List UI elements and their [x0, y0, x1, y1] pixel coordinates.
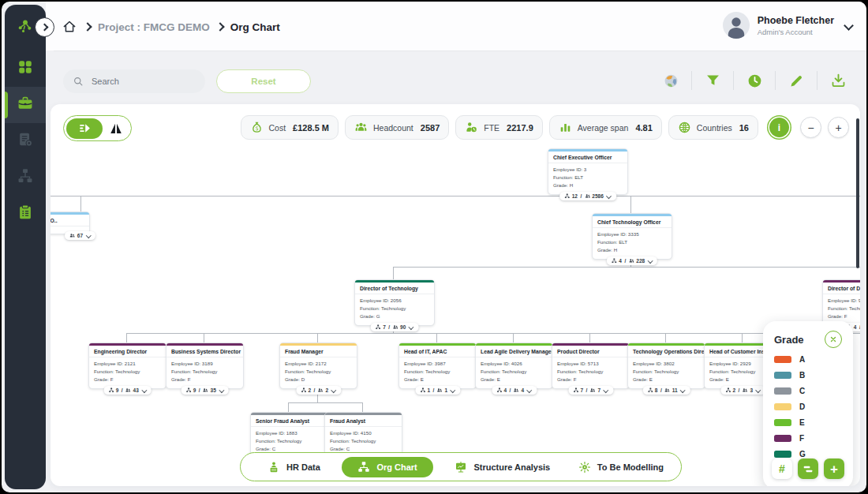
tab-org-chart[interactable]: Org Chart	[342, 457, 432, 477]
sidebar-expand-button[interactable]	[35, 17, 54, 37]
search-input[interactable]	[90, 76, 188, 87]
user-menu[interactable]: Phoebe Fletcher Admin's Account	[723, 12, 852, 39]
flow-layout-button[interactable]	[66, 118, 103, 139]
mini-people-icon	[664, 387, 670, 393]
org-node-engineering-director[interactable]: Engineering DirectorEmployee ID: 2121Fun…	[88, 342, 166, 389]
node-count-pill[interactable]: 2/2	[296, 386, 341, 395]
direct-count: 4	[503, 387, 507, 393]
node-detail: Function: Technology	[360, 305, 429, 312]
org-node-fraud-analyst[interactable]: Fraud AnalystEmployee ID: 4150Function: …	[324, 412, 402, 458]
mini-hierarchy-icon	[496, 387, 502, 393]
mini-hierarchy-icon	[376, 324, 381, 330]
close-icon	[829, 335, 838, 344]
node-body: Employee ID: 3189Function: TechnologyGra…	[166, 357, 243, 388]
sidebar-item-reports[interactable]	[5, 123, 46, 159]
org-node-cto[interactable]: Chief Technology OfficerEmployee ID: 333…	[592, 213, 672, 260]
node-count-pill[interactable]: 4/228	[607, 256, 657, 265]
tab-structure-analysis[interactable]: Structure Analysis	[448, 458, 556, 477]
connector-line	[362, 402, 363, 412]
node-detail: Employee ID: 4150	[330, 429, 397, 437]
node-count-pill[interactable]: 9/43	[103, 386, 152, 395]
org-node-head-of-it-apac[interactable]: Head of IT, APACEmployee ID: 3987Functio…	[398, 342, 477, 389]
edit-pencil-icon[interactable]	[787, 71, 806, 90]
grade-swatch	[774, 435, 791, 442]
breadcrumb-project[interactable]: Project : FMCG DEMO	[98, 21, 210, 33]
compare-bars-icon	[803, 463, 814, 475]
count-separator: /	[199, 387, 200, 393]
grade-label: G	[799, 450, 806, 458]
total-count: 43	[133, 387, 139, 393]
language-globe-icon[interactable]	[661, 71, 680, 90]
node-count-pill[interactable]: 4/4	[492, 386, 537, 395]
mirror-layout-button[interactable]	[109, 122, 123, 136]
node-body: Employee ID: 5713Function: TechnologyGra…	[552, 357, 629, 388]
sidebar-item-planning[interactable]	[5, 196, 46, 232]
search-box[interactable]	[63, 69, 205, 93]
reset-button[interactable]: Reset	[216, 69, 311, 93]
node-count-pill[interactable]: 8/11	[642, 386, 690, 395]
org-chart-canvas[interactable]: Chief Executive OfficerEmployee ID: 3Fun…	[51, 104, 860, 486]
node-count-pill[interactable]: 67	[65, 231, 95, 240]
chevron-right-icon	[41, 24, 49, 32]
org-node-lead-agile-delivery-manager[interactable]: Lead Agile Delivery ManagerEmployee ID: …	[475, 342, 553, 389]
org-node-product-director[interactable]: Product DirectorEmployee ID: 5713Functio…	[552, 342, 630, 389]
node-body: Employee ID: 2121Function: TechnologyGra…	[89, 357, 166, 388]
org-node-development-officer[interactable]: Development O..67	[51, 211, 90, 234]
node-title: Chief Technology Officer	[593, 216, 672, 228]
org-node-fraud-manager[interactable]: Fraud ManagerEmployee ID: 2172Function: …	[279, 342, 357, 389]
vertical-scrollbar[interactable]	[856, 118, 859, 268]
info-button[interactable]: i	[769, 118, 789, 137]
stats-row: Cost£128.5 MHeadcount2587FTE2217.9Averag…	[241, 115, 849, 140]
add-button[interactable]: +	[824, 458, 844, 479]
tab-label: To Be Modelling	[597, 462, 664, 472]
sidebar-item-projects[interactable]	[5, 87, 46, 123]
legend-row: C	[774, 387, 842, 395]
tab-hr-data[interactable]: HR Data	[261, 458, 327, 477]
connector-line	[513, 333, 514, 342]
connector-line	[589, 333, 590, 342]
chevron-down-icon	[86, 233, 91, 238]
org-node-senior-fraud-analyst[interactable]: Senior Fraud AnalystEmployee ID: 1883Fun…	[250, 412, 328, 458]
sidebar-item-org[interactable]	[5, 159, 46, 196]
org-node-director-of-technology[interactable]: Director of TechnologyEmployee ID: 2056F…	[354, 279, 435, 326]
node-count-pill[interactable]: 1/1	[415, 386, 460, 395]
org-node-technology-operations-director[interactable]: Technology Operations Direct..Employee I…	[627, 342, 705, 389]
legend-close-button[interactable]	[825, 331, 842, 348]
node-count-pill[interactable]: 7/90	[371, 323, 419, 331]
tab-to-be-modelling[interactable]: To Be Modelling	[572, 458, 670, 477]
mini-people-icon	[125, 387, 131, 393]
breadcrumb-page: Org Chart	[230, 21, 280, 33]
org-node-business-systems-director[interactable]: Business Systems DirectorEmployee ID: 31…	[166, 342, 244, 389]
org-node-director-of-data[interactable]: Director of Dat..Employee ID: 99Function…	[822, 279, 860, 326]
zoom-out-button[interactable]: −	[800, 117, 821, 138]
history-clock-icon[interactable]	[745, 71, 764, 90]
total-count: 11	[672, 387, 678, 393]
chevron-down-icon	[606, 193, 611, 198]
node-count-pill[interactable]: 12/2586	[559, 192, 616, 200]
stat-value: £128.5 M	[293, 123, 329, 133]
grade-swatch	[774, 387, 791, 395]
zoom-in-button[interactable]: +	[828, 117, 849, 138]
node-title: Fraud Analyst	[325, 415, 402, 427]
node-count-pill[interactable]: 9/35	[181, 386, 229, 395]
grid-toggle-button[interactable]: #	[772, 458, 792, 479]
stat-value: 4.81	[635, 123, 652, 133]
connector-line	[80, 196, 81, 211]
connector-line	[393, 267, 394, 279]
node-detail: Employee ID: 4026	[481, 360, 548, 368]
download-icon[interactable]	[829, 71, 847, 90]
org-node-ceo[interactable]: Chief Executive OfficerEmployee ID: 3Fun…	[548, 148, 628, 195]
bar-chart-icon	[559, 121, 572, 134]
node-count-pill[interactable]: 7/7	[568, 386, 613, 395]
direct-count: 7	[383, 324, 386, 330]
filter-icon[interactable]	[703, 71, 722, 90]
node-count-pill[interactable]: 2/3	[720, 386, 765, 395]
connector-line	[126, 333, 860, 334]
node-detail: Grade: D	[285, 376, 352, 384]
compare-button[interactable]	[798, 458, 818, 479]
connector-line	[288, 402, 289, 412]
direct-count: 4	[619, 258, 622, 264]
sidebar-item-apps[interactable]	[5, 51, 46, 87]
home-icon[interactable]	[62, 19, 77, 35]
chevron-down-icon	[648, 258, 653, 263]
